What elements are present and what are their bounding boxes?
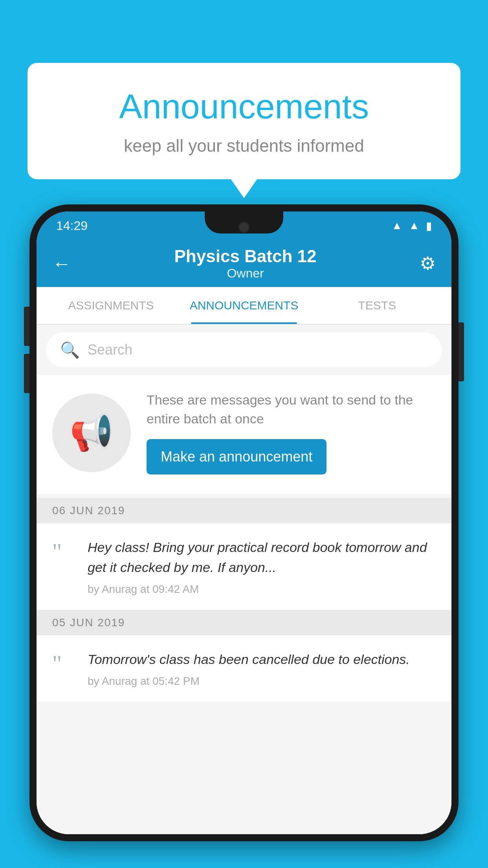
app-bar-title: Physics Batch 12 [174,246,317,266]
front-camera [238,222,250,233]
megaphone-icon: 📢 [70,412,114,453]
speech-bubble-subtitle: keep all your students informed [59,136,429,156]
announcement-item-1[interactable]: " Hey class! Bring your practical record… [37,523,451,610]
tab-bar: ASSIGNMENTS ANNOUNCEMENTS TESTS [37,287,451,325]
date-separator-june5: 05 JUN 2019 [37,610,451,635]
promo-right: These are messages you want to send to t… [147,391,436,474]
back-button[interactable]: ← [52,253,71,274]
wifi-icon: ▲ [392,219,403,232]
search-icon: 🔍 [60,341,80,359]
volume-button-up [24,307,29,346]
announcement-promo: 📢 These are messages you want to send to… [37,375,451,494]
promo-icon-circle: 📢 [52,394,131,472]
status-icons: ▲ ▲ ▮ [392,219,432,232]
speech-bubble-container: Announcements keep all your students inf… [28,63,460,179]
settings-button[interactable]: ⚙ [420,253,436,274]
app-bar-title-group: Physics Batch 12 Owner [174,246,317,281]
promo-description: These are messages you want to send to t… [147,391,436,428]
announcement-body-1: Hey class! Bring your practical record b… [88,537,436,596]
search-bar[interactable]: 🔍 Search [46,333,442,367]
announcement-meta-2: by Anurag at 05:42 PM [88,675,436,688]
date-separator-june6: 06 JUN 2019 [37,498,451,523]
speech-bubble-title: Announcements [59,86,429,127]
power-button [459,322,464,381]
app-bar: ← Physics Batch 12 Owner ⚙ [37,240,451,287]
announcement-item-2[interactable]: " Tomorrow's class has been cancelled du… [37,635,451,702]
tab-tests[interactable]: TESTS [310,287,444,324]
announcement-meta-1: by Anurag at 09:42 AM [88,583,436,596]
announcement-body-2: Tomorrow's class has been cancelled due … [88,649,436,688]
volume-button-down [24,354,29,393]
status-time: 14:29 [56,219,88,233]
speech-bubble: Announcements keep all your students inf… [28,63,460,179]
tab-assignments[interactable]: ASSIGNMENTS [44,287,178,324]
content-area: 🔍 Search 📢 These are messages you want t… [37,325,451,834]
announcement-text-1: Hey class! Bring your practical record b… [88,537,436,577]
phone-container: 14:29 ▲ ▲ ▮ ← Physics Batch 12 Owner ⚙ [29,204,459,868]
battery-icon: ▮ [426,219,432,232]
app-bar-subtitle: Owner [174,266,317,281]
search-placeholder: Search [88,342,132,358]
quote-icon-1: " [52,540,76,563]
phone-screen: 14:29 ▲ ▲ ▮ ← Physics Batch 12 Owner ⚙ [37,211,451,834]
tab-announcements[interactable]: ANNOUNCEMENTS [178,287,311,324]
announcement-text-2: Tomorrow's class has been cancelled due … [88,649,436,669]
phone-outer: 14:29 ▲ ▲ ▮ ← Physics Batch 12 Owner ⚙ [29,204,459,841]
quote-icon-2: " [52,652,76,675]
phone-notch [205,211,283,234]
make-announcement-button[interactable]: Make an announcement [147,439,327,474]
signal-icon: ▲ [409,219,420,232]
